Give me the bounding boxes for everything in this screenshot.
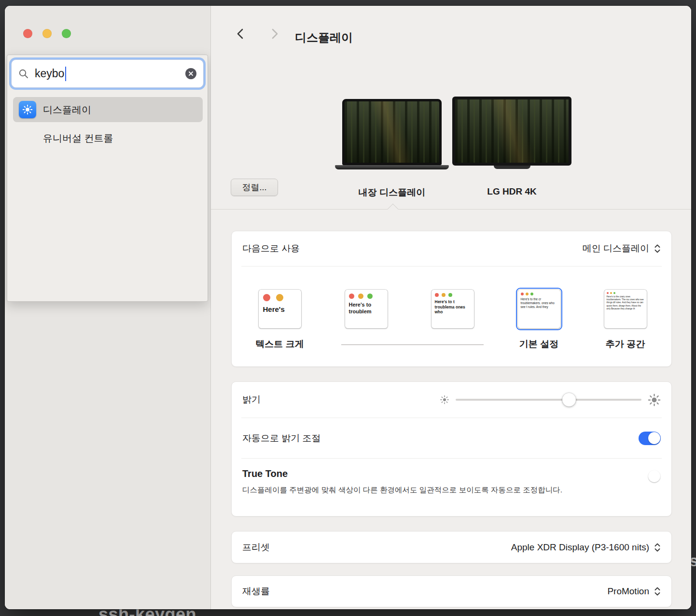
auto-brightness-label: 자동으로 밝기 조절 [242, 432, 321, 445]
use-as-popup[interactable]: 메인 디스플레이 [583, 242, 661, 255]
preset-value: Apple XDR Display (P3-1600 nits) [511, 542, 649, 553]
search-result-label: 유니버설 컨트롤 [43, 132, 113, 145]
stepper-icon [654, 243, 661, 254]
resolution-preview: Here's to t troublema ones who [432, 290, 474, 328]
preset-label: 프리셋 [242, 541, 270, 554]
scaling-option-larger-text[interactable]: Here's 텍스트 크게 [237, 266, 323, 350]
true-tone-description: 디스플레이를 주변광에 맞춰 색상이 다른 환경에서도 일관적으로 보이도록 자… [242, 484, 599, 495]
slider-track [456, 399, 641, 401]
scaling-option-default[interactable]: Here's to the cr troublemakers. ones who… [496, 266, 582, 350]
scaling-option-label: 텍스트 크게 [255, 338, 304, 350]
external-display-thumbnail[interactable] [452, 97, 571, 166]
sidebar: keybo [5, 6, 211, 609]
minimize-button[interactable] [42, 29, 52, 38]
brightness-label: 밝기 [242, 393, 261, 406]
zoom-button[interactable] [62, 29, 71, 38]
true-tone-label: True Tone [242, 468, 599, 479]
stepper-icon [654, 542, 661, 553]
text-caret [65, 67, 66, 81]
selected-option-ring: Here's to the cr troublemakers. ones who… [516, 288, 562, 330]
preset-popup[interactable]: Apple XDR Display (P3-1600 nits) [511, 542, 661, 553]
chevron-left-icon [237, 28, 243, 39]
brightness-slider[interactable] [456, 393, 641, 406]
use-as-label: 다음으로 사용 [242, 242, 300, 255]
slider-knob[interactable] [562, 393, 576, 406]
back-button[interactable] [232, 26, 248, 42]
brightness-high-icon [648, 393, 661, 406]
main-content: 디스플레이 내장 디스플레이 LG HDR 4K 정렬... 다음으로 사용 메… [211, 6, 691, 609]
scaling-option-more-space[interactable]: Here's to the crazy ones troublemakers. … [582, 266, 668, 350]
resolution-preview: Here's to troublem [345, 290, 388, 328]
scaling-option-3[interactable]: Here's to t troublema ones who [409, 266, 496, 350]
section-divider [211, 209, 691, 210]
use-as-value: 메인 디스플레이 [583, 242, 649, 255]
scaling-option-label: 기본 설정 [519, 338, 558, 350]
page-title: 디스플레이 [295, 30, 353, 45]
search-input[interactable]: keybo [11, 59, 204, 88]
arrange-button[interactable]: 정렬... [231, 179, 278, 196]
search-result-displays[interactable]: 디스플레이 [13, 97, 203, 122]
builtin-display-label: 내장 디스플레이 [342, 186, 442, 199]
scaling-track-line [341, 344, 484, 345]
display-settings-icon [19, 101, 36, 118]
display-config-card: 다음으로 사용 메인 디스플레이 Here's [231, 231, 672, 367]
scaling-option-2[interactable]: Here's to troublem [323, 266, 409, 350]
search-result-label: 디스플레이 [43, 103, 91, 116]
brightness-card: 밝기 [231, 381, 672, 517]
resolution-preview: Here's to the crazy ones troublemakers. … [604, 290, 647, 328]
chevron-right-icon [272, 28, 278, 39]
search-results-panel: keybo [7, 55, 208, 302]
search-result-universal-control[interactable]: 유니버설 컨트롤 [43, 131, 113, 145]
system-settings-window: keybo [5, 6, 691, 609]
forward-button[interactable] [267, 26, 282, 42]
toggle-knob [648, 470, 660, 482]
search-icon [18, 69, 29, 79]
brightness-low-icon [440, 395, 449, 405]
stepper-icon [654, 586, 661, 597]
search-value: keybo [35, 67, 64, 80]
clear-search-button[interactable] [185, 68, 196, 79]
toggle-knob [648, 432, 660, 444]
refresh-rate-label: 재생률 [242, 585, 270, 598]
x-icon [188, 71, 194, 76]
resolution-preview: Here's [259, 290, 301, 328]
preset-card: 프리셋 Apple XDR Display (P3-1600 nits) [231, 531, 672, 563]
close-button[interactable] [23, 29, 32, 38]
refresh-rate-popup[interactable]: ProMotion [607, 586, 661, 597]
builtin-display-thumbnail[interactable] [342, 99, 442, 165]
external-display-label: LG HDR 4K [452, 186, 571, 197]
auto-brightness-toggle[interactable] [639, 432, 661, 445]
monitor-stand [494, 166, 530, 169]
refresh-rate-card: 재생률 ProMotion [231, 575, 672, 607]
refresh-rate-value: ProMotion [607, 586, 649, 597]
resolution-preview: Here's to the cr troublemakers. ones who… [518, 290, 560, 328]
selected-display-pointer [388, 204, 399, 215]
scaling-option-label: 추가 공간 [606, 338, 645, 350]
laptop-base [335, 165, 449, 169]
